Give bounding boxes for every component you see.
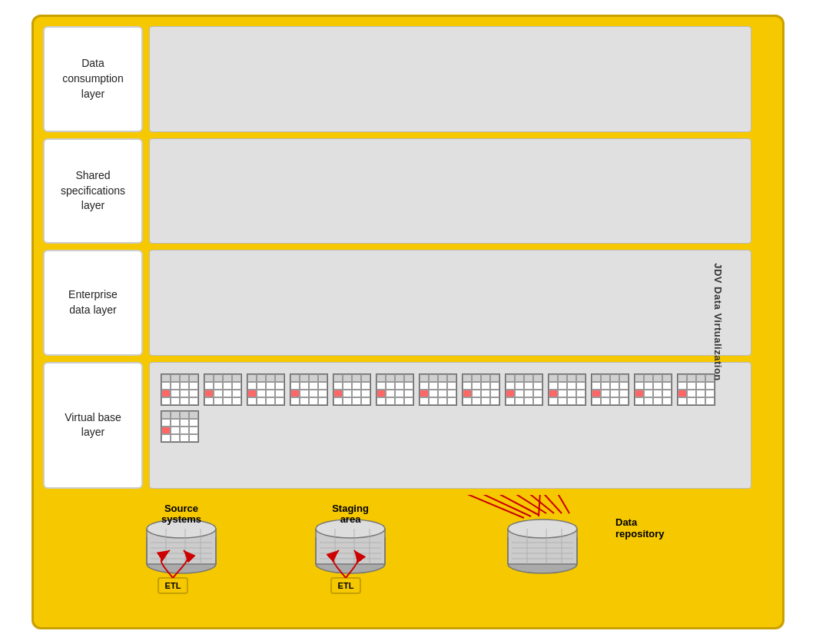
staging-label: Staging (332, 503, 369, 514)
main-content: Dataconsumptionlayer Sharedspecification… (43, 26, 773, 618)
mini-table (161, 373, 199, 406)
etl-label-1: ETL (165, 581, 181, 590)
source-systems-db (147, 520, 216, 573)
layer-label-enterprise: Enterprisedata layer (43, 250, 143, 356)
staging-area-db (316, 520, 385, 573)
tables-grid (158, 370, 743, 446)
mini-table (376, 373, 414, 406)
mini-table (247, 373, 285, 406)
layer-label-virtual: Virtual baselayer (43, 362, 143, 489)
layer-label-consumption: Dataconsumptionlayer (43, 26, 143, 132)
source-systems-label: Source (164, 503, 198, 514)
layer-content-consumption (149, 26, 751, 132)
mini-table (591, 373, 629, 406)
source-systems-label2: systems (161, 513, 201, 525)
repo-label2: repository (615, 528, 665, 539)
staging-label2: area (340, 513, 362, 525)
jdv-label: JDV Data Virtualization (713, 263, 725, 381)
layer-content-enterprise (149, 250, 751, 356)
arrows-svg: Source systems ETL (62, 495, 754, 618)
layer-row-virtual: Virtual baselayer (43, 362, 751, 489)
mini-table (333, 373, 371, 406)
bottom-section: Source systems ETL (43, 495, 773, 618)
mini-table (548, 373, 586, 406)
data-repo-db (508, 520, 577, 573)
mini-table (204, 373, 242, 406)
mini-table (290, 373, 328, 406)
svg-point-26 (508, 520, 577, 538)
mini-table (505, 373, 543, 406)
mini-table (677, 373, 715, 406)
mini-table (161, 410, 199, 443)
layer-content-shared (149, 138, 751, 244)
layer-content-virtual (149, 362, 751, 489)
repo-arrow-1 (231, 495, 524, 518)
repo-arrow-2 (270, 495, 531, 516)
mini-table (419, 373, 457, 406)
mini-table (634, 373, 672, 406)
outer-container: JDV Data Virtualization Dataconsumptionl… (32, 15, 784, 629)
layer-row-consumption: Dataconsumptionlayer (43, 26, 751, 132)
mini-table (462, 373, 500, 406)
layer-row-enterprise: Enterprisedata layer (43, 250, 751, 356)
layer-row-shared: Sharedspecificationslayer (43, 138, 751, 244)
repo-label: Data (615, 516, 638, 528)
etl-label-2: ETL (338, 581, 354, 590)
layers-area: Dataconsumptionlayer Sharedspecification… (43, 26, 751, 489)
layer-label-shared: Sharedspecificationslayer (43, 138, 143, 244)
